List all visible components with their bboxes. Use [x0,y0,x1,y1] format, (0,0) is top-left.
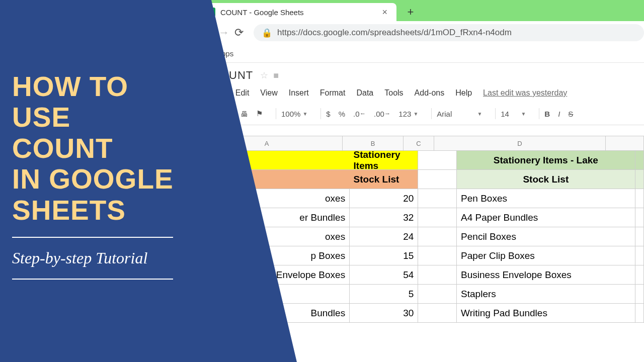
cell[interactable]: Pencil Boxes [457,227,635,246]
paint-icon[interactable]: ⚑ [256,109,263,118]
italic-button[interactable]: I [558,110,560,118]
tab-close-icon[interactable]: × [382,7,387,18]
browser-toolbar: ← → ⟳ 🔒 https://docs.google.com/spreadsh… [191,21,644,45]
forward-icon[interactable]: → [216,26,231,39]
percent-button[interactable]: % [339,110,345,118]
menu-edit[interactable]: Edit [235,88,250,98]
col-header-b[interactable]: B [343,136,404,150]
col-header-a[interactable]: A [191,136,343,150]
cell[interactable] [418,151,457,170]
cell[interactable] [635,246,644,265]
apps-label[interactable]: Apps [216,49,233,58]
browser-tab-active[interactable]: ▦ COUNT - Google Sheets × [201,3,396,21]
cell[interactable]: 30 [350,304,418,323]
menu-view[interactable]: View [260,88,277,98]
bookmark-bar: Apps [191,44,644,63]
col-header-d[interactable]: D [434,136,606,150]
cell[interactable] [418,285,457,304]
header-row-2: Stock List Stock List [191,170,644,189]
separator [431,108,432,119]
toolbar: ↶ ↷ 🖶 ⚑ 100%▼ $ % .0← .00→ 123▼ Arial▼ 1… [211,103,644,125]
zoom-select[interactable]: 100%▼ [281,110,307,118]
reload-icon[interactable]: ⟳ [231,26,247,39]
cell[interactable] [418,304,457,323]
table-row: Bundles30Writing Pad Bundles [191,304,644,323]
doc-title[interactable]: COUNT [211,69,253,82]
cell[interactable]: 32 [350,208,418,227]
cell[interactable]: p Boxes [191,246,350,265]
cell[interactable]: 15 [350,246,418,265]
cell[interactable]: oxes [191,227,350,246]
cell[interactable]: Stock List [457,170,635,189]
table-row: oxes24Pencil Boxes [191,227,644,246]
cell[interactable]: Stationery Items - Lake [457,151,635,170]
menu-addons[interactable]: Add-ons [415,88,445,98]
cell[interactable] [635,265,644,285]
cell[interactable] [635,189,644,208]
cell[interactable] [418,265,457,285]
cell[interactable] [418,189,457,208]
new-tab-button[interactable]: + [404,5,418,19]
url-text: https://docs.google.com/spreadsheets/d/1… [277,28,512,38]
col-header-c[interactable]: C [404,136,434,150]
menu-help[interactable]: Help [455,88,472,98]
bold-button[interactable]: B [544,110,550,118]
cell[interactable] [418,170,457,189]
cell[interactable] [635,208,644,227]
cell[interactable] [191,285,350,304]
cell[interactable]: oxes [191,189,350,208]
dec-increase-button[interactable]: .00→ [374,110,390,118]
fontsize-select[interactable]: 14▼ [501,110,526,118]
print-icon[interactable]: 🖶 [240,110,248,118]
col-header-rest[interactable] [606,136,644,150]
menu-tools[interactable]: Tools [384,88,403,98]
strike-button[interactable]: S [568,110,573,118]
cell[interactable] [635,227,644,246]
cell[interactable] [635,304,644,323]
redo-icon[interactable]: ↷ [226,109,232,118]
cell[interactable]: 5 [350,285,418,304]
back-icon[interactable]: ← [201,26,216,39]
cell[interactable] [191,151,350,170]
cell[interactable] [418,208,457,227]
cell[interactable]: Stock List [350,170,418,189]
font-select[interactable]: Arial▼ [437,110,482,118]
cell[interactable]: er Bundles [191,208,350,227]
menu-data[interactable]: Data [356,88,373,98]
apps-icon[interactable] [203,49,211,57]
cell[interactable]: A4 Paper Bundles [457,208,635,227]
cell[interactable]: 24 [350,227,418,246]
cell[interactable] [635,151,644,170]
cell[interactable]: Paper Clip Boxes [457,246,635,265]
cell[interactable]: Staplers [457,285,635,304]
separator [495,108,496,119]
separator [320,108,321,119]
cell[interactable] [191,170,350,189]
undo-icon[interactable]: ↶ [211,109,218,118]
cell[interactable]: Bundles [191,304,350,323]
cell[interactable] [635,285,644,304]
star-icon[interactable]: ☆ [260,70,268,81]
cell[interactable]: Business Envelope Boxes [457,265,635,285]
number-format-select[interactable]: 123▼ [398,110,418,118]
cell[interactable]: Envelope Boxes [191,265,350,285]
address-bar[interactable]: 🔒 https://docs.google.com/spreadsheets/d… [254,24,644,41]
browser-tabbar: ▦ COUNT - Google Sheets × + [191,0,644,21]
cell[interactable]: Pen Boxes [457,189,635,208]
cell[interactable] [418,227,457,246]
cell[interactable] [418,246,457,265]
currency-button[interactable]: $ [326,110,330,118]
tab-title: COUNT - Google Sheets [220,8,304,17]
cell[interactable]: 54 [350,265,418,285]
menu-insert[interactable]: Insert [289,88,309,98]
folder-icon[interactable]: ■ [273,70,279,81]
overlay-divider [12,279,173,280]
dec-decrease-button[interactable]: .0← [353,110,366,118]
cell[interactable] [635,170,644,189]
menu-file[interactable]: File [211,88,224,98]
menu-format[interactable]: Format [320,88,346,98]
last-edit-info[interactable]: Last edit was yesterday [483,88,567,98]
cell[interactable]: Writing Pad Bundles [457,304,635,323]
cell[interactable]: Stationery Items [350,151,418,170]
cell[interactable]: 20 [350,189,418,208]
